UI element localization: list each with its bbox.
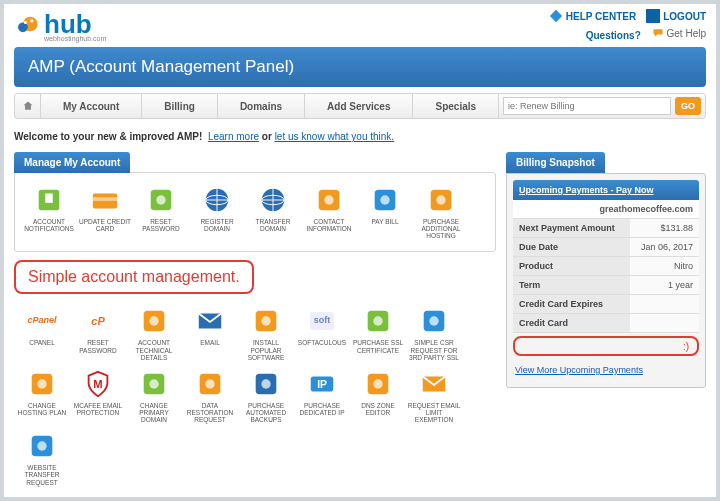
nav-tab-specials[interactable]: Specials — [413, 94, 499, 118]
tile-register-domain[interactable]: REGISTER DOMAIN — [189, 183, 245, 245]
restore-icon — [195, 369, 225, 399]
svg-point-18 — [380, 195, 389, 204]
svg-point-29 — [429, 317, 438, 326]
tile-purchase-dedicated-ip[interactable]: IPPURCHASE DEDICATED IP — [294, 367, 350, 429]
ssl-icon — [363, 306, 393, 336]
tile-account-technical-details[interactable]: ACCOUNT TECHNICAL DETAILS — [126, 304, 182, 366]
svg-point-42 — [373, 379, 382, 388]
ip-icon: IP — [307, 369, 337, 399]
tile-simple-csr-request-for-3rd-party-ssl[interactable]: SIMPLE CSR REQUEST FOR 3RD PARTY SSL — [406, 304, 462, 366]
svg-point-27 — [373, 317, 382, 326]
notify-icon — [34, 185, 64, 215]
get-help-link[interactable]: Get Help — [652, 27, 706, 39]
svg-point-2 — [24, 21, 27, 24]
questions-link[interactable]: Questions? — [586, 30, 641, 41]
svg-point-38 — [261, 379, 270, 388]
chat-icon — [652, 27, 664, 39]
home-icon[interactable] — [15, 94, 41, 118]
sub-top-links: Questions? Get Help — [549, 23, 706, 47]
email-icon — [195, 306, 225, 336]
tile-reset-password[interactable]: RESET PASSWORD — [133, 183, 189, 245]
tile-purchase-ssl-certificate[interactable]: PURCHASE SSL CERTIFICATE — [350, 304, 406, 366]
logout-icon — [646, 9, 660, 23]
svg-point-1 — [18, 22, 28, 32]
svg-point-34 — [149, 379, 158, 388]
simple-management-callout: Simple account management. — [14, 260, 254, 294]
tile-purchase-additional-hosting[interactable]: PURCHASE ADDITIONAL HOSTING — [413, 183, 469, 245]
tile-mcafee-email-protection[interactable]: MMCAFEE EMAIL PROTECTION — [70, 367, 126, 429]
tile-website-transfer-request[interactable]: WEBSITE TRANSFER REQUEST — [14, 429, 70, 491]
cpanel-icon: cPanel — [27, 306, 57, 336]
tile-softaculous[interactable]: softSOFTACULOUS — [294, 304, 350, 366]
transfer-icon — [27, 431, 57, 461]
tile-change-primary-domain[interactable]: CHANGE PRIMARY DOMAIN — [126, 367, 182, 429]
tile-dns-zone-editor[interactable]: DNS ZONE EDITOR — [350, 367, 406, 429]
brand-name: hub — [44, 11, 106, 37]
tile-transfer-domain[interactable]: TRANSFER DOMAIN — [245, 183, 301, 245]
tile-cpanel[interactable]: cPanelCPANEL — [14, 304, 70, 366]
tile-install-popular-software[interactable]: INSTALL POPULAR SOFTWARE — [238, 304, 294, 366]
svg-point-20 — [436, 195, 445, 204]
learn-more-link[interactable]: Learn more — [208, 131, 259, 142]
tile-reset-password[interactable]: cPRESET PASSWORD — [70, 304, 126, 366]
upcoming-payments-link[interactable]: Upcoming Payments - Pay Now — [513, 180, 699, 200]
tile-contact-information[interactable]: CONTACT INFORMATION — [301, 183, 357, 245]
tile-update-credit-card[interactable]: UPDATE CREDIT CARD — [77, 183, 133, 245]
top-bar: hub webhostinghub.com HELP CENTER LOGOUT… — [14, 9, 706, 47]
welcome-message: Welcome to your new & improved AMP! Lear… — [14, 131, 706, 142]
csr-icon — [419, 306, 449, 336]
svg-text:IP: IP — [317, 379, 327, 390]
go-button[interactable]: GO — [675, 97, 701, 115]
svg-rect-4 — [550, 10, 562, 22]
tile-account-notifications[interactable]: ACCOUNT NOTIFICATIONS — [21, 183, 77, 245]
mcafee-icon: M — [83, 369, 113, 399]
feedback-link[interactable]: let us know what you think. — [275, 131, 395, 142]
search-input[interactable] — [503, 97, 671, 115]
nav-search: GO — [499, 97, 705, 115]
tile-request-email-limit-exemption[interactable]: REQUEST EMAIL LIMIT EXEMPTION — [406, 367, 462, 429]
tile-purchase-automated-backups[interactable]: PURCHASE AUTOMATED BACKUPS — [238, 367, 294, 429]
nav-tab-billing[interactable]: Billing — [142, 94, 218, 118]
tile-data-restoration-request[interactable]: DATA RESTORATION REQUEST — [182, 367, 238, 429]
techdetails-icon — [139, 306, 169, 336]
help-center-link[interactable]: HELP CENTER — [549, 9, 636, 23]
emaillimit-icon — [419, 369, 449, 399]
page-title-bar: AMP (Account Management Panel) — [14, 47, 706, 87]
smiley-icon: :) — [683, 341, 689, 352]
soft-icon: soft — [307, 306, 337, 336]
view-more-row: View More Upcoming Payments — [513, 359, 699, 381]
billing-snapshot-header: Billing Snapshot — [506, 152, 605, 173]
svg-rect-6 — [45, 193, 53, 202]
billing-row: Term1 year — [513, 276, 699, 295]
svg-point-10 — [156, 195, 165, 204]
brand-logo: hub webhostinghub.com — [14, 9, 106, 42]
tile-change-hosting-plan[interactable]: CHANGE HOSTING PLAN — [14, 367, 70, 429]
billing-snapshot-panel: Upcoming Payments - Pay Now greathomecof… — [506, 173, 706, 388]
brand-tagline: webhostinghub.com — [44, 35, 106, 42]
cp-icon: cP — [83, 306, 113, 336]
cart-icon — [426, 185, 456, 215]
billing-row: Credit Card — [513, 314, 699, 333]
svg-point-45 — [37, 442, 46, 451]
svg-point-36 — [205, 379, 214, 388]
hosting-icon — [27, 369, 57, 399]
contact-icon — [314, 185, 344, 215]
svg-point-31 — [37, 379, 46, 388]
logout-link[interactable]: LOGOUT — [646, 9, 706, 23]
card-icon — [90, 185, 120, 215]
nav-tab-domains[interactable]: Domains — [218, 94, 305, 118]
manage-account-box: ACCOUNT NOTIFICATIONSUPDATE CREDIT CARDR… — [14, 172, 496, 252]
nav-tab-add-services[interactable]: Add Services — [305, 94, 413, 118]
tile-email[interactable]: EMAIL — [182, 304, 238, 366]
app-frame: hub webhostinghub.com HELP CENTER LOGOUT… — [0, 0, 720, 501]
billing-table: greathomecoffee.com Next Payment Amount$… — [513, 200, 699, 333]
billing-domain: greathomecoffee.com — [513, 200, 699, 219]
tile-pay-bill[interactable]: PAY BILL — [357, 183, 413, 245]
nav-tab-my-account[interactable]: My Account — [41, 94, 142, 118]
manage-account-header: Manage My Account — [14, 152, 130, 173]
globe-icon — [202, 185, 232, 215]
svg-point-3 — [30, 19, 33, 22]
view-more-payments-link[interactable]: View More Upcoming Payments — [515, 365, 643, 375]
svg-point-16 — [324, 195, 333, 204]
svg-point-25 — [261, 317, 270, 326]
